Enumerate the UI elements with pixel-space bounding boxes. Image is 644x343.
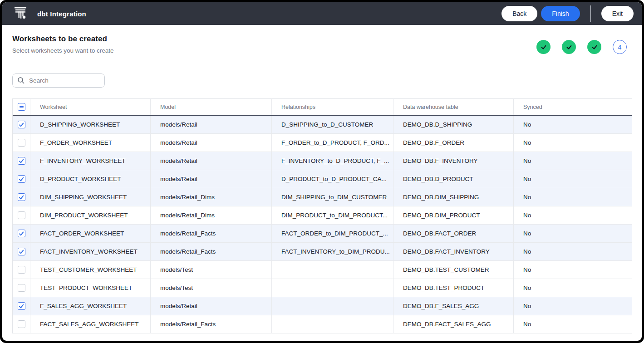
column-header-synced: Synced: [513, 99, 632, 115]
model-cell: models/Retail_Facts: [150, 225, 271, 242]
relationships-cell: [271, 279, 393, 297]
checkmark-icon: [541, 44, 547, 50]
worksheet-cell: F_INVENTORY_WORKSHEET: [30, 152, 150, 170]
data-warehouse-table-cell: DEMO_DB.FACT_INVENTORY: [393, 243, 513, 260]
synced-cell: No: [513, 315, 632, 333]
table-row[interactable]: TEST_PRODUCT_WORKSHEET models/Test DEMO_…: [13, 279, 632, 297]
table-row[interactable]: DIM_SHIPPING_WORKSHEET models/Retail_Dim…: [13, 188, 632, 206]
synced-cell: No: [513, 152, 632, 170]
row-checkbox[interactable]: [18, 302, 25, 310]
table-row[interactable]: D_PRODUCT_WORKSHEET models/Retail D_PROD…: [13, 170, 632, 188]
model-cell: models/Retail: [150, 152, 271, 170]
column-header-relationships: Relationships: [271, 99, 393, 115]
row-checkbox-cell: [13, 206, 30, 224]
row-checkbox[interactable]: [18, 266, 25, 274]
synced-cell: No: [513, 261, 632, 279]
worksheets-table: Worksheet Model Relationships Data wareh…: [12, 98, 632, 333]
topbar-divider: [590, 5, 591, 22]
row-checkbox[interactable]: [18, 175, 25, 183]
table-row[interactable]: F_SALES_AGG_WORKSHEET models/Retail DEMO…: [13, 297, 632, 315]
synced-cell: No: [513, 297, 632, 315]
worksheet-cell: DIM_PRODUCT_WORKSHEET: [30, 206, 150, 224]
data-warehouse-table-cell: DEMO_DB.D_SHIPPING: [393, 116, 513, 133]
relationships-cell: [271, 297, 393, 315]
topbar: dbt Integration Back Finish Exit: [2, 2, 642, 25]
row-checkbox-cell: [13, 225, 30, 242]
model-cell: models/Retail: [150, 134, 271, 152]
row-checkbox-cell: [13, 315, 30, 333]
table-row[interactable]: TEST_CUSTOMER_WORKSHEET models/Test DEMO…: [13, 261, 632, 279]
back-button[interactable]: Back: [501, 6, 537, 21]
synced-cell: No: [513, 243, 632, 260]
data-warehouse-table-cell: DEMO_DB.FACT_SALES_AGG: [393, 315, 513, 333]
step-connector: [551, 47, 562, 48]
relationships-cell: [271, 261, 393, 279]
main-content: Worksheets to be created Select workshee…: [2, 25, 642, 341]
search-input[interactable]: [29, 77, 100, 84]
row-checkbox[interactable]: [18, 139, 25, 147]
window-inner: dbt Integration Back Finish Exit Workshe…: [2, 2, 642, 341]
dbt-integration-window: dbt Integration Back Finish Exit Workshe…: [0, 0, 644, 343]
page-head: Worksheets to be created Select workshee…: [12, 34, 632, 54]
step-connector: [601, 47, 613, 48]
table-row[interactable]: F_INVENTORY_WORKSHEET models/Retail F_IN…: [13, 152, 632, 170]
row-checkbox-cell: [13, 243, 30, 260]
row-checkbox[interactable]: [18, 320, 25, 328]
relationships-cell: FACT_INVENTORY_to_DIM_PRODU...: [271, 243, 393, 260]
relationships-cell: D_SHIPPING_to_D_CUSTOMER: [271, 116, 393, 133]
exit-button[interactable]: Exit: [601, 6, 634, 21]
step-completed: [536, 40, 551, 54]
column-header-data-warehouse-table: Data warehouse table: [393, 99, 513, 115]
worksheet-cell: FACT_ORDER_WORKSHEET: [30, 225, 150, 242]
data-warehouse-table-cell: DEMO_DB.F_INVENTORY: [393, 152, 513, 170]
table-header-row: Worksheet Model Relationships Data wareh…: [13, 99, 632, 116]
finish-button[interactable]: Finish: [541, 6, 580, 21]
step-completed: [562, 40, 576, 54]
row-checkbox[interactable]: [18, 193, 25, 201]
synced-cell: No: [513, 116, 632, 133]
step-connector: [576, 47, 587, 48]
page-subtitle: Select worksheets you want to create: [12, 47, 114, 54]
stepper: 4: [536, 40, 627, 54]
row-checkbox-cell: [13, 134, 30, 152]
worksheet-cell: FACT_SALES_AGG_WORKSHEET: [30, 315, 150, 333]
row-checkbox[interactable]: [18, 248, 25, 255]
checkmark-icon: [591, 44, 598, 50]
select-all-checkbox[interactable]: [18, 103, 25, 111]
page-head-text: Worksheets to be created Select workshee…: [12, 34, 114, 54]
search-box[interactable]: [12, 74, 105, 88]
worksheet-cell: TEST_PRODUCT_WORKSHEET: [30, 279, 150, 297]
relationships-cell: F_ORDER_to_D_PRODUCT, F_ORD...: [271, 134, 393, 152]
row-checkbox[interactable]: [18, 284, 25, 292]
relationships-cell: DIM_SHIPPING_to_DIM_CUSTOMER: [271, 188, 393, 206]
worksheet-cell: FACT_INVENTORY_WORKSHEET: [30, 243, 150, 260]
data-warehouse-table-cell: DEMO_DB.DIM_SHIPPING: [393, 188, 513, 206]
row-checkbox[interactable]: [18, 157, 25, 165]
step-completed: [587, 40, 601, 54]
data-warehouse-table-cell: DEMO_DB.TEST_PRODUCT: [393, 279, 513, 297]
table-row[interactable]: FACT_SALES_AGG_WORKSHEET models/Retail_F…: [13, 315, 632, 333]
row-checkbox-cell: [13, 170, 30, 188]
synced-cell: No: [513, 279, 632, 297]
relationships-cell: FACT_ORDER_to_DIM_PRODUCT_...: [271, 225, 393, 242]
worksheet-cell: D_SHIPPING_WORKSHEET: [30, 116, 150, 133]
model-cell: models/Retail: [150, 116, 271, 133]
relationships-cell: D_PRODUCT_to_D_PRODUCT_CA...: [271, 170, 393, 188]
model-cell: models/Test: [150, 261, 271, 279]
table-row[interactable]: DIM_PRODUCT_WORKSHEET models/Retail_Dims…: [13, 206, 632, 225]
row-checkbox[interactable]: [18, 211, 25, 219]
table-row[interactable]: F_ORDER_WORKSHEET models/Retail F_ORDER_…: [13, 134, 632, 152]
table-row[interactable]: D_SHIPPING_WORKSHEET models/Retail D_SHI…: [13, 116, 632, 134]
model-cell: models/Test: [150, 279, 271, 297]
model-cell: models/Retail_Dims: [150, 206, 271, 224]
synced-cell: No: [513, 206, 632, 224]
select-all-cell: [13, 99, 30, 115]
row-checkbox[interactable]: [18, 121, 25, 128]
table-row[interactable]: FACT_INVENTORY_WORKSHEET models/Retail_F…: [13, 243, 632, 261]
row-checkbox-cell: [13, 152, 30, 170]
row-checkbox[interactable]: [18, 230, 25, 237]
table-row[interactable]: FACT_ORDER_WORKSHEET models/Retail_Facts…: [13, 225, 632, 243]
synced-cell: No: [513, 134, 632, 152]
row-checkbox-cell: [13, 261, 30, 279]
synced-cell: No: [513, 188, 632, 206]
